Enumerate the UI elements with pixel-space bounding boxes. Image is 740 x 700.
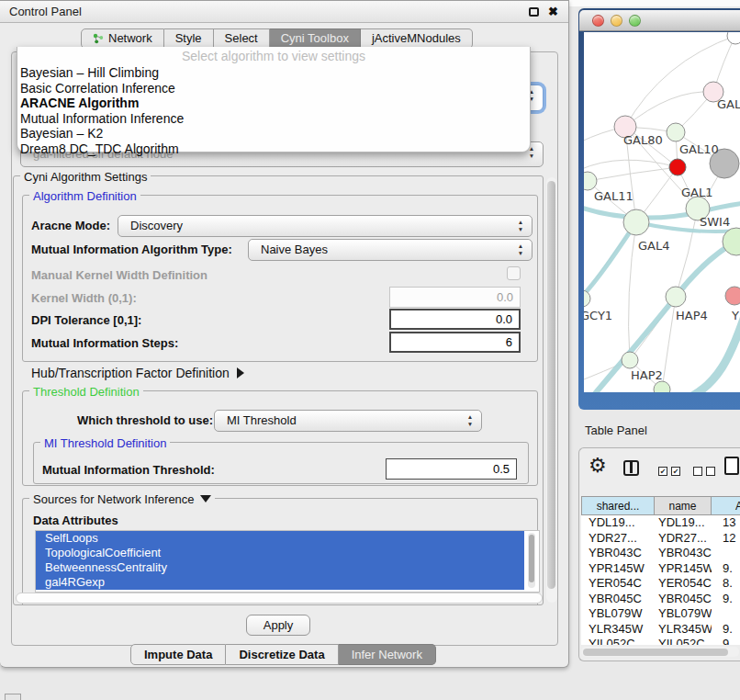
which-threshold-combo[interactable]: MI Threshold ▲▼ <box>214 410 482 432</box>
table-row[interactable]: YPR145WYPR145W9. <box>581 561 740 577</box>
node-hap2[interactable] <box>622 352 638 368</box>
node-label: GAL10 <box>679 142 719 156</box>
tab-network[interactable]: Network <box>81 28 164 49</box>
node-hap4[interactable] <box>666 287 686 307</box>
column-header-name[interactable]: name <box>654 496 711 515</box>
checked-checkbox-icon[interactable]: ✔ <box>671 467 680 476</box>
node-label: GCY1 <box>584 309 612 322</box>
network-canvas[interactable]: GAL GAL80 GAL10 GAL1 GAL11 SWI4 GAL4 GCY… <box>584 32 740 392</box>
threshold-definition-title: Threshold Definition <box>29 385 143 399</box>
algorithm-dropdown: Select algorithm to view settings Bayesi… <box>17 47 531 152</box>
sources-group-toggle[interactable]: Sources for Network Inference <box>29 492 215 506</box>
kernel-width-input[interactable] <box>389 287 521 308</box>
control-panel-window: Control Panel ✖ Network Style Select Cyn… <box>0 0 569 668</box>
aracne-mode-combo[interactable]: Discovery ▲▼ <box>118 215 533 237</box>
dropdown-item[interactable]: Basic Correlation Inference <box>17 81 530 96</box>
table-horizontal-scrollbar[interactable] <box>581 647 739 657</box>
node-bottom[interactable] <box>654 381 670 392</box>
combo-stepper-icon[interactable]: ▲▼ <box>465 413 475 428</box>
column-header-shared-name[interactable]: shared... <box>581 496 654 515</box>
node-unnamed[interactable] <box>727 32 740 44</box>
close-traffic-light[interactable] <box>592 15 604 27</box>
file-icon[interactable] <box>724 457 739 475</box>
unchecked-checkbox-icon[interactable] <box>693 467 702 476</box>
mi-steps-input[interactable] <box>389 332 521 353</box>
data-attributes-list: SelfLoops TopologicalCoefficient Between… <box>35 530 540 593</box>
node-label: HAP4 <box>676 309 708 322</box>
combo-stepper-icon[interactable]: ▲▼ <box>516 243 525 257</box>
cell: 9. <box>723 622 740 637</box>
dropdown-item[interactable]: Dream8 DC_TDC Algorithm <box>17 141 530 157</box>
table-body: YDL19...YDL19...13 YDR27...YDR27...12 YB… <box>581 515 740 645</box>
partial-button[interactable] <box>5 694 21 700</box>
cell: 9. <box>723 592 740 606</box>
scrollbar-thumb[interactable] <box>547 181 555 589</box>
which-threshold-value: MI Threshold <box>227 413 297 427</box>
table-row[interactable]: YLR345WYLR345W9. <box>581 622 740 638</box>
mi-type-combo[interactable]: Naive Bayes ▲▼ <box>248 239 533 261</box>
network-graph <box>584 32 740 392</box>
network-window-titlebar[interactable] <box>579 10 740 31</box>
tab-jactivemnodules[interactable]: jActiveMNodules <box>361 28 473 49</box>
settings-vertical-scrollbar[interactable] <box>546 177 557 603</box>
scrollbar-thumb[interactable] <box>529 535 534 582</box>
node-gal4[interactable] <box>623 209 649 235</box>
tab-select[interactable]: Select <box>214 28 270 49</box>
mi-threshold-input[interactable] <box>386 458 517 480</box>
cell: YDR27... <box>658 531 712 546</box>
list-item[interactable]: gal4RGexp <box>36 575 524 590</box>
tab-cyni-toolbox-label: Cyni Toolbox <box>281 29 349 48</box>
scrollbar-thumb[interactable] <box>583 649 728 656</box>
gear-icon[interactable]: ⚙ <box>589 454 607 478</box>
list-item[interactable]: BetweennessCentrality <box>36 560 524 575</box>
dropdown-item-selected[interactable]: ARACNE Algorithm <box>17 96 530 111</box>
dropdown-item[interactable]: Mutual Information Inference <box>17 111 530 127</box>
table-row[interactable]: YBR045CYBR045C9. <box>581 592 740 607</box>
table-row[interactable]: YDR27...YDR27...12 <box>581 531 740 547</box>
table-row[interactable]: YIL052CYIL052C9 <box>581 637 740 645</box>
cell: YPR145W <box>658 561 712 576</box>
list-item[interactable]: SelfLoops <box>36 531 524 546</box>
apply-button[interactable]: Apply <box>246 615 310 636</box>
list-vertical-scrollbar[interactable] <box>528 533 535 588</box>
table-row[interactable]: YBL079WYBL079W <box>581 606 740 622</box>
tab-discretize-data[interactable]: Discretize Data <box>226 644 338 665</box>
cell: YBR045C <box>658 592 712 606</box>
cell: 13 <box>723 515 740 530</box>
table-row[interactable]: YER054CYER054C8. <box>581 576 740 592</box>
tab-infer-network[interactable]: Infer Network <box>339 644 436 665</box>
checked-checkbox-icon[interactable]: ✔ <box>658 467 667 476</box>
manual-kernel-checkbox[interactable] <box>507 266 521 280</box>
zoom-traffic-light[interactable] <box>629 15 641 27</box>
node-gcy1[interactable] <box>584 290 590 307</box>
cell: YIL052C <box>658 637 712 645</box>
settings-horizontal-scrollbar[interactable] <box>16 593 543 604</box>
list-item[interactable]: TopologicalCoefficient <box>36 546 524 560</box>
cell: 9. <box>723 561 740 576</box>
tab-impute-data[interactable]: Impute Data <box>130 644 226 665</box>
combo-stepper-icon[interactable]: ▲▼ <box>516 219 525 233</box>
node-gal10[interactable] <box>667 123 685 141</box>
aracne-mode-value: Discovery <box>130 219 183 232</box>
float-window-icon[interactable] <box>529 7 539 17</box>
dpi-tolerance-input[interactable] <box>389 309 521 330</box>
tab-cyni-toolbox[interactable]: Cyni Toolbox <box>270 28 361 49</box>
tab-jactivemnodules-label: jActiveMNodules <box>372 29 461 48</box>
unchecked-checkbox-icon[interactable] <box>706 467 715 476</box>
minimize-traffic-light[interactable] <box>611 15 622 27</box>
tab-network-label: Network <box>108 29 152 48</box>
tab-style[interactable]: Style <box>164 28 214 49</box>
dropdown-item[interactable]: Bayesian – K2 <box>17 126 530 141</box>
node-y[interactable] <box>725 287 740 305</box>
hub-definition-toggle[interactable]: Hub/Transcription Factor Definition <box>31 366 244 380</box>
control-panel-titlebar[interactable]: Control Panel ✖ <box>0 1 568 23</box>
column-header-partial[interactable]: A <box>711 496 740 515</box>
table-row[interactable]: YDL19...YDL19...13 <box>581 515 740 531</box>
close-icon[interactable]: ✖ <box>548 5 558 18</box>
node-gal1-selected[interactable] <box>669 159 686 175</box>
dropdown-item[interactable]: Bayesian – Hill Climbing <box>17 65 530 81</box>
table-row[interactable]: YBR043CYBR043C <box>581 546 740 561</box>
columns-icon[interactable] <box>623 460 639 476</box>
algorithm-definition-title: Algorithm Definition <box>29 189 140 203</box>
cell: YBL079W <box>589 606 653 621</box>
